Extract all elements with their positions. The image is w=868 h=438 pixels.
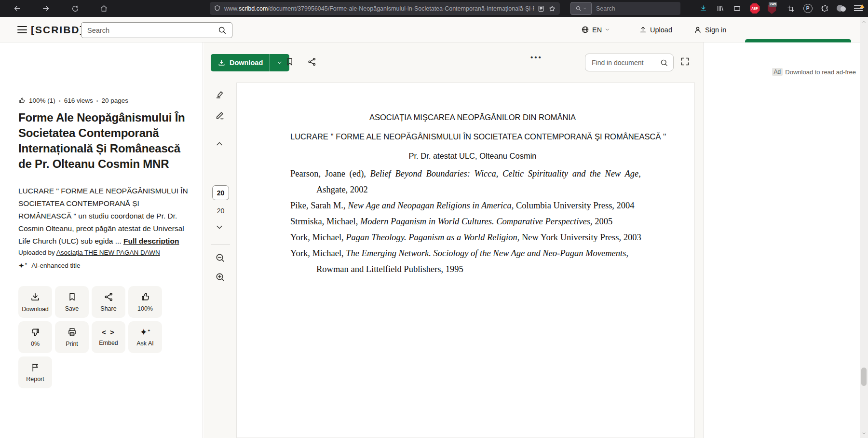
blocker-extension-button[interactable]: 245 [766, 2, 779, 14]
fullscreen-icon [680, 56, 690, 67]
previous-page-button[interactable] [215, 139, 224, 149]
back-button[interactable] [12, 3, 23, 14]
scrollbar-thumb[interactable] [861, 368, 867, 386]
uploader-link[interactable]: Asociația THE NEW PAGAN DAWN [56, 249, 160, 256]
sidebar-toggle-button[interactable] [731, 2, 743, 14]
document-page[interactable]: ASOCIAȚIA MIŞCAREA NEOPĂGÂNILOR DIN ROMÂ… [236, 82, 695, 438]
bibliography-entry: Pike, Sarah M., New Age and Neopagan Rel… [290, 198, 655, 214]
reader-view-icon[interactable] [537, 5, 545, 13]
document-sidebar: 100% (1) • 616 views • 20 pages Forme Al… [0, 42, 203, 438]
full-description-link[interactable]: Full description [123, 237, 179, 245]
nav-menu-button[interactable] [17, 26, 27, 33]
forward-button[interactable] [41, 3, 52, 14]
highlighter-icon [215, 89, 225, 100]
save-document-button[interactable] [285, 57, 295, 67]
screenshot-extension-button[interactable] [785, 2, 797, 14]
reload-button[interactable] [69, 3, 81, 14]
search-icon[interactable] [660, 58, 668, 67]
ad-badge: Ad [772, 68, 783, 76]
doc-header-association: ASOCIAȚIA MIŞCAREA NEOPĂGÂNILOR DIN ROMÂ… [290, 113, 655, 122]
puzzle-icon [821, 4, 829, 13]
search-engine-segment[interactable] [570, 2, 592, 15]
bibliography: Pearson, Joane (ed), Belief Beyond Bound… [290, 166, 655, 277]
ask-ai-card[interactable]: ✦✦ Ask AI [128, 321, 162, 353]
home-button[interactable] [98, 3, 109, 14]
chevron-down-icon [861, 431, 867, 436]
highlight-tool-button[interactable] [215, 89, 225, 100]
blocked-count-badge: 245 [769, 2, 777, 7]
report-card[interactable]: Report [18, 356, 52, 388]
signin-label: Sign in [705, 26, 726, 34]
more-options-button[interactable]: ••• [530, 53, 542, 61]
download-icon [30, 292, 41, 302]
account-button[interactable] [835, 2, 848, 14]
share-card[interactable]: Share [92, 286, 125, 318]
action-cards: Download Save Share 100% 0% Print [18, 286, 187, 388]
views-stat: 616 views [64, 97, 93, 104]
doc-header-work-title: LUCRARE '' FORME ALE NEOPĂGÂNISMULUI ÎN … [290, 132, 655, 141]
viewer-download-button[interactable]: Download [211, 54, 289, 71]
share-document-button[interactable] [307, 57, 317, 67]
extensions-button[interactable] [818, 2, 831, 14]
page-scrollbar[interactable] [860, 17, 868, 438]
site-search[interactable] [81, 22, 232, 38]
save-card[interactable]: Save [55, 286, 89, 318]
ad-rail: Ad Download to read ad-free [704, 42, 860, 438]
viewer-toolbar: Download ••• [203, 42, 704, 76]
find-in-document[interactable] [585, 54, 674, 71]
print-card[interactable]: Print [55, 321, 89, 353]
home-icon [100, 4, 108, 13]
site-search-input[interactable] [81, 27, 217, 34]
fullscreen-button[interactable] [680, 56, 690, 67]
person-icon [693, 26, 702, 34]
bibliography-entry: York, Michael, The Emerging Network. Soc… [290, 246, 655, 277]
document-description: LUCRARE " FORME ALE NEOPĂGÂNISMULUI ÎN S… [18, 185, 188, 247]
downvote-card[interactable]: 0% [18, 321, 52, 353]
upload-label: Upload [650, 26, 672, 34]
ad-free-link[interactable]: Download to read ad-free [785, 68, 856, 76]
scroll-down-arrow[interactable] [860, 429, 868, 437]
download-card[interactable]: Download [18, 286, 52, 318]
adblock-extension-button[interactable]: ABP [748, 2, 761, 14]
pages-stat: 20 pages [102, 97, 129, 104]
menu-button[interactable] [852, 2, 865, 14]
zoom-out-button[interactable] [215, 252, 226, 263]
bibliography-entry: Pearson, Joane (ed), Belief Beyond Bound… [290, 166, 655, 198]
signin-button[interactable]: Sign in [693, 17, 726, 42]
printer-icon [67, 327, 77, 337]
browser-search-input[interactable] [592, 5, 669, 12]
library-button[interactable] [714, 2, 726, 14]
pocket-extension-button[interactable]: P [801, 2, 814, 14]
upvote-card[interactable]: 100% [128, 286, 162, 318]
upload-button[interactable]: Upload [639, 17, 672, 42]
url-bar[interactable]: www.scribd.com/document/379956045/Forme-… [210, 2, 560, 15]
ad-notice: Ad Download to read ad-free [772, 68, 856, 76]
thumbs-up-icon [18, 97, 26, 104]
thumbs-up-icon [140, 292, 150, 302]
search-icon[interactable] [217, 26, 227, 35]
language-selector[interactable]: EN [581, 17, 610, 42]
scroll-up-arrow[interactable] [860, 18, 868, 26]
bookmark-star-icon[interactable] [548, 5, 556, 13]
current-page-input[interactable]: 20 [212, 185, 229, 200]
scribd-logo[interactable]: [SCRIBD] [31, 24, 84, 36]
download-icon [217, 59, 226, 67]
zoom-in-button[interactable] [215, 272, 226, 283]
browser-search[interactable] [570, 2, 680, 15]
abp-icon: ABP [750, 3, 760, 14]
downloads-button[interactable] [697, 2, 709, 14]
bibliography-entry: Strmiska, Michael, Modern Paganism in Wo… [290, 214, 655, 230]
globe-icon [581, 26, 589, 34]
share-icon [104, 292, 114, 302]
find-input[interactable] [585, 59, 660, 67]
annotate-tool-button[interactable] [215, 110, 225, 121]
chevron-down-icon [276, 59, 283, 66]
pocket-icon: P [803, 4, 813, 13]
back-icon [13, 4, 21, 13]
shield-icon[interactable] [214, 5, 221, 12]
screen: www.scribd.com/document/379956045/Forme-… [0, 0, 868, 438]
next-page-button[interactable] [215, 222, 224, 232]
embed-card[interactable]: < > Embed [92, 321, 125, 353]
menu-icon [854, 5, 863, 12]
doc-byline: Pr. Dr. atestat ULC, Olteanu Cosmin [290, 151, 655, 161]
